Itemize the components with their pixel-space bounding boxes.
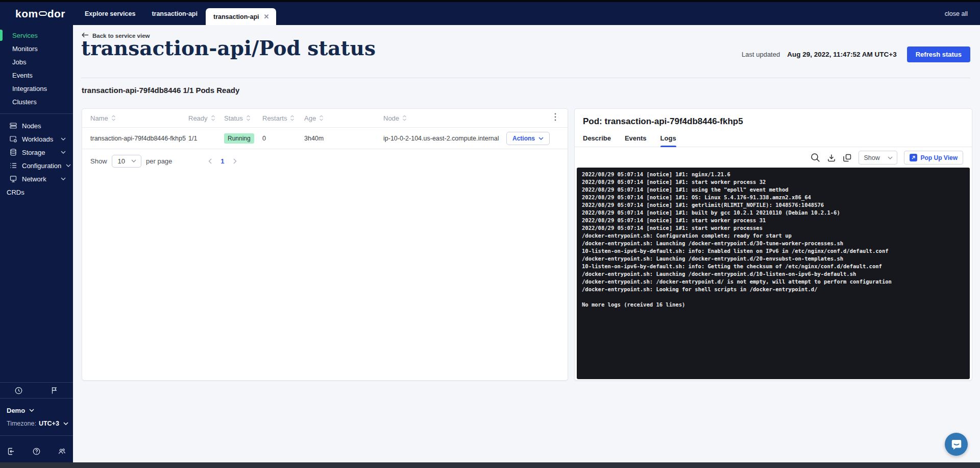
sidebar-item-label: Storage bbox=[22, 149, 45, 156]
komodor-logo[interactable]: komdor bbox=[15, 8, 72, 20]
column-header-status[interactable]: Status bbox=[224, 114, 262, 122]
table-menu-cell bbox=[506, 113, 568, 123]
table-row[interactable]: transaction-api-79f4db8446-fkhp5 1/1 Run… bbox=[82, 128, 568, 149]
log-line: 2022/08/29 05:07:14 [notice] 1#1: nginx/… bbox=[582, 171, 965, 178]
clock-icon[interactable] bbox=[14, 386, 23, 395]
chevron-down-icon bbox=[888, 156, 893, 159]
log-line: 2022/08/29 05:07:14 [notice] 1#1: start … bbox=[582, 224, 965, 232]
next-page-icon[interactable] bbox=[233, 158, 237, 164]
timezone-label: Timezone: bbox=[7, 420, 36, 427]
users-icon[interactable] bbox=[58, 447, 66, 456]
log-line: 2022/08/29 05:07:14 [notice] 1#1: OS: Li… bbox=[582, 194, 965, 201]
logout-icon[interactable] bbox=[7, 447, 15, 456]
page-size-value: 10 bbox=[118, 157, 125, 165]
log-line: /docker-entrypoint.sh: Launching /docker… bbox=[582, 255, 965, 263]
logo-o-icon bbox=[39, 11, 47, 16]
popup-view-button[interactable]: Pop Up View bbox=[904, 151, 963, 165]
sidebar-item-monitors[interactable]: Monitors bbox=[0, 42, 73, 55]
tab-explore-services[interactable]: Explore services bbox=[77, 10, 143, 17]
tab-logs[interactable]: Logs bbox=[660, 134, 676, 147]
column-header-node[interactable]: Node bbox=[383, 114, 506, 122]
sidebar-item-integrations[interactable]: Integrations bbox=[0, 82, 73, 95]
tab-events[interactable]: Events bbox=[625, 134, 647, 147]
column-header-name[interactable]: Name bbox=[87, 114, 188, 122]
timezone-value: UTC+3 bbox=[39, 420, 59, 427]
tab-transaction-api-active[interactable]: transaction-api ✕ bbox=[206, 8, 276, 25]
storage-icon bbox=[9, 148, 17, 157]
sidebar-item-crds[interactable]: CRDs bbox=[0, 185, 73, 199]
sidebar-item-services[interactable]: Services bbox=[0, 29, 73, 42]
column-header-restarts[interactable]: Restarts bbox=[262, 114, 304, 122]
close-tab-icon[interactable]: ✕ bbox=[264, 13, 270, 20]
chevron-down-icon bbox=[131, 159, 136, 162]
sidebar-item-nodes[interactable]: Nodes bbox=[0, 119, 73, 132]
download-icon[interactable] bbox=[827, 153, 836, 162]
log-line: 2022/08/29 05:07:14 [notice] 1#1: using … bbox=[582, 186, 965, 194]
table-header-row: Name Ready Status Restarts Age Node bbox=[82, 109, 568, 128]
copy-icon[interactable] bbox=[843, 153, 852, 162]
column-header-ready[interactable]: Ready bbox=[188, 114, 224, 122]
per-page-label: per page bbox=[146, 157, 172, 165]
workspace-selector[interactable]: Demo bbox=[0, 404, 73, 417]
sidebar-item-storage[interactable]: Storage bbox=[0, 146, 73, 159]
log-line: /docker-entrypoint.sh: Launching /docker… bbox=[582, 240, 965, 247]
refresh-status-button[interactable]: Refresh status bbox=[907, 46, 970, 62]
log-line: 2022/08/29 05:07:14 [notice] 1#1: start … bbox=[582, 217, 965, 224]
flag-icon[interactable] bbox=[50, 386, 59, 395]
chevron-down-icon bbox=[538, 137, 544, 140]
column-label: Name bbox=[90, 114, 108, 122]
column-label: Restarts bbox=[262, 114, 287, 122]
tab-transaction-api[interactable]: transaction-api bbox=[143, 10, 206, 17]
sidebar-utility-row bbox=[0, 383, 73, 398]
log-line: 2022/08/29 05:07:14 [notice] 1#1: start … bbox=[582, 178, 965, 186]
sidebar-item-network[interactable]: Network bbox=[0, 172, 73, 185]
column-label: Ready bbox=[188, 114, 208, 122]
sidebar-item-label: Nodes bbox=[22, 122, 41, 130]
column-label: Node bbox=[383, 114, 399, 122]
search-icon[interactable] bbox=[811, 153, 820, 162]
pod-panel-title: Pod: transaction-api-79f4db8446-fkhp5 bbox=[575, 109, 972, 127]
page-size-select[interactable]: 10 bbox=[112, 155, 141, 168]
sidebar-item-clusters[interactable]: Clusters bbox=[0, 95, 73, 108]
last-updated-row: Last updated Aug 29, 2022, 11:47:52 AM U… bbox=[742, 46, 970, 62]
workloads-icon bbox=[9, 135, 17, 144]
chat-bubble-button[interactable] bbox=[945, 433, 968, 456]
pod-status-cell: Running bbox=[224, 133, 262, 144]
tab-describe[interactable]: Describe bbox=[583, 134, 611, 147]
sidebar-item-jobs[interactable]: Jobs bbox=[0, 55, 73, 68]
log-line: 2022/08/29 05:07:14 [notice] 1#1: built … bbox=[582, 209, 965, 217]
sort-icon bbox=[111, 115, 116, 121]
sidebar-item-configuration[interactable]: Configuration bbox=[0, 159, 73, 172]
pagination-bar: Show 10 per page 1 bbox=[82, 149, 568, 173]
column-header-age[interactable]: Age bbox=[304, 114, 383, 122]
logo-text-right: dor bbox=[47, 8, 65, 20]
sidebar-item-label: CRDs bbox=[7, 189, 24, 196]
sidebar-item-label: Services bbox=[12, 32, 38, 39]
show-dropdown[interactable]: Show bbox=[859, 151, 897, 165]
chevron-down-icon bbox=[61, 137, 66, 141]
page-number[interactable]: 1 bbox=[220, 157, 224, 165]
popup-button-label: Pop Up View bbox=[921, 154, 958, 161]
prev-page-icon[interactable] bbox=[208, 158, 212, 164]
sidebar-item-events[interactable]: Events bbox=[0, 68, 73, 82]
timezone-selector[interactable]: Timezone: UTC+3 bbox=[0, 417, 73, 430]
last-updated-label: Last updated bbox=[742, 51, 780, 58]
chevron-down-icon bbox=[61, 177, 66, 180]
sidebar-item-label: Clusters bbox=[12, 98, 37, 106]
pod-tabs: Describe Events Logs bbox=[575, 134, 972, 147]
sort-icon bbox=[246, 115, 251, 121]
actions-button[interactable]: Actions bbox=[506, 132, 550, 145]
sidebar-bottom-icons bbox=[0, 441, 73, 461]
tab-bar: Explore services transaction-api transac… bbox=[77, 2, 276, 25]
column-label: Status bbox=[224, 114, 243, 122]
sidebar-divider bbox=[0, 435, 73, 436]
close-all-button[interactable]: close all bbox=[945, 10, 968, 17]
last-updated-value: Aug 29, 2022, 11:47:52 AM UTC+3 bbox=[787, 51, 896, 58]
chevron-down-icon bbox=[29, 409, 34, 412]
log-footer: No more logs (received 16 lines) bbox=[582, 301, 965, 309]
log-console[interactable]: 2022/08/29 05:07:14 [notice] 1#1: nginx/… bbox=[577, 168, 970, 379]
sidebar-item-workloads[interactable]: Workloads bbox=[0, 132, 73, 146]
kebab-menu-icon[interactable] bbox=[554, 113, 556, 123]
pod-age-cell: 3h40m bbox=[304, 135, 383, 142]
help-icon[interactable] bbox=[32, 447, 41, 456]
